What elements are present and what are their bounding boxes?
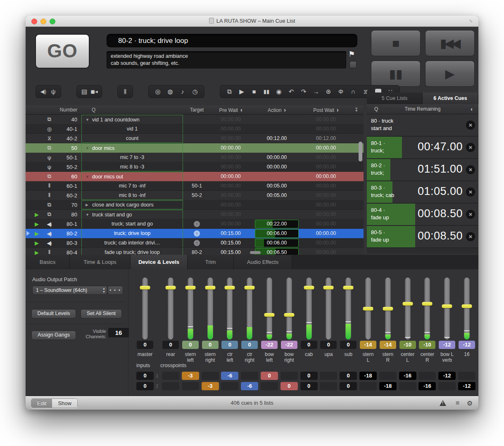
tab-basics[interactable]: Basics <box>26 255 70 269</box>
fader-handle[interactable] <box>402 302 413 306</box>
cue-row-40[interactable]: ⧉40▼vid 1 and countdown00:00.0000:00.00 <box>26 115 364 124</box>
fader-handle[interactable] <box>442 304 452 308</box>
rewind-button[interactable]: ▮◀◀ <box>425 30 475 56</box>
audio-cue-icon[interactable]: ◀) <box>39 87 48 97</box>
cue-row-40-1[interactable]: ◎40-1vid 100:00.0000:00.00 <box>26 124 364 134</box>
cue-row-70[interactable]: ⧉70▶close and lock cargo doors00:00.0000… <box>26 200 364 210</box>
crosspoint-cell[interactable]: -3 <box>182 372 199 380</box>
crosspoint-cell[interactable]: -18 <box>379 382 397 390</box>
crosspoint-cell[interactable]: 0 <box>340 382 357 390</box>
level-value[interactable]: 0 <box>340 341 357 349</box>
cue-name-cell[interactable]: vid 1 <box>81 124 183 133</box>
fader-handle[interactable] <box>343 286 354 289</box>
action-cell[interactable]: 00:06.00 <box>251 239 303 247</box>
cue-name-cell[interactable]: count <box>81 134 183 143</box>
prewait-cell[interactable]: 00:00.00 <box>211 116 251 122</box>
crosspoint-cell[interactable] <box>320 382 337 390</box>
postwait-cell[interactable]: 00:00.00 <box>303 154 349 160</box>
fader-handle[interactable] <box>462 304 472 308</box>
cue-number[interactable]: 40-1 <box>56 126 81 132</box>
fader-handle[interactable] <box>185 286 195 289</box>
crosspoint-cell[interactable] <box>320 372 337 380</box>
disclosure-triangle[interactable]: ▼ <box>86 146 92 150</box>
titlebar[interactable]: LA RUTA SHOW – Main Cue List ↔ <box>26 16 478 27</box>
postwait-cell[interactable]: 00:00.00 <box>303 230 349 236</box>
prewait-cell[interactable]: 00:00.00 <box>211 154 251 160</box>
cue-number[interactable]: 40-2 <box>56 135 81 142</box>
postwait-cell[interactable]: 00:00.00 <box>303 192 349 198</box>
postwait-cell[interactable]: 00:00.00 <box>303 211 349 217</box>
crosspoint-cell[interactable] <box>281 372 298 380</box>
crosspoint-cell[interactable]: 0 <box>261 372 278 380</box>
crosspoint-cell[interactable] <box>418 372 436 380</box>
video-cue-icon[interactable]: ▤ <box>80 87 88 97</box>
prewait-cell[interactable]: 00:15.00 <box>211 230 251 236</box>
target-cell[interactable]: 50-2 <box>183 192 211 198</box>
crosspoint-cell[interactable] <box>261 382 278 390</box>
crosspoint-cell[interactable]: 0 <box>281 382 298 390</box>
cue-number[interactable]: 50-2 <box>56 164 81 170</box>
level-value[interactable]: -14 <box>380 341 396 349</box>
flag-toggle-button[interactable] <box>349 61 357 68</box>
fader-handle[interactable] <box>140 286 150 289</box>
fader-handle[interactable] <box>363 307 373 311</box>
cue-name-cell[interactable]: mic 8 to -3 <box>81 162 183 171</box>
fade-cue-icon[interactable]: ⫴ <box>121 87 129 97</box>
music-cue-icon[interactable]: ♪ <box>178 87 187 97</box>
tab-cue-lists[interactable]: 5 Cue Lists <box>367 93 423 104</box>
prewait-cell[interactable]: 00:00.00 <box>211 173 251 179</box>
stop-cue-button[interactable]: × <box>466 121 475 130</box>
power-cue-icon[interactable]: Φ <box>337 87 345 97</box>
col-target[interactable]: Target <box>183 107 211 113</box>
prewait-cell[interactable]: 00:00.00 <box>211 126 251 132</box>
tab-device-levels[interactable]: Device & Levels <box>131 255 188 269</box>
target-cell[interactable]: 50-1 <box>183 183 211 189</box>
cue-row-60[interactable]: ⧉60▼door mics out00:00.0000:00.00 <box>26 172 364 181</box>
target-cell[interactable]: 80-2 <box>183 249 211 255</box>
postwait-cell[interactable]: 00:00.00 <box>303 240 349 246</box>
patch-settings-button[interactable]: • • • <box>107 286 123 295</box>
notes-field[interactable]: extended highway road ambiance cab sound… <box>107 51 346 69</box>
cue-number[interactable]: 80-1 <box>56 221 81 227</box>
play-button[interactable]: ▶ <box>425 61 475 87</box>
stop-button[interactable]: ■ <box>371 30 421 56</box>
stop-cue-button[interactable]: × <box>466 165 475 174</box>
crosspoint-cell[interactable]: -16 <box>399 372 416 380</box>
postwait-cell[interactable]: 00:00.00 <box>303 126 349 132</box>
gear-icon[interactable]: ⚙ <box>467 399 473 407</box>
cue-name-cell[interactable]: ▶close and lock cargo doors <box>81 200 183 209</box>
cue-row-80[interactable]: ▶⧉80▼truck start and go00:00.0000:00.00 <box>26 210 364 219</box>
cue-row-80-2[interactable]: ▶◀)80-2truck; drive loop↑00:15.0000:06.0… <box>26 229 364 238</box>
level-value[interactable]: -22 <box>261 341 278 349</box>
action-cell[interactable]: 00:12.00 <box>251 135 303 141</box>
crosspoint-cell[interactable] <box>202 372 219 380</box>
postwait-cell[interactable]: 00:00.00 <box>303 221 349 227</box>
tab-active-cues[interactable]: 6 Active Cues <box>423 93 478 104</box>
fader-handle[interactable] <box>284 313 294 317</box>
level-value[interactable]: -12 <box>439 341 455 349</box>
stop-cue-icon[interactable]: ■ <box>250 87 258 97</box>
disclosure-triangle[interactable]: ▼ <box>86 118 92 122</box>
fader-handle[interactable] <box>323 286 334 289</box>
cue-number[interactable]: 80 <box>56 211 81 218</box>
crosspoint-cell[interactable] <box>379 372 397 380</box>
action-cell[interactable]: 00:00.00 <box>251 164 303 170</box>
tab-audio-effects[interactable]: Audio Effects <box>234 255 292 269</box>
crosspoint-cell[interactable]: -6 <box>221 372 238 380</box>
postwait-cell[interactable]: 00:12.00 <box>303 135 349 141</box>
active-cue-row[interactable]: 80 · truckstart and× <box>367 114 478 137</box>
fader-handle[interactable] <box>422 302 433 306</box>
fader-handle[interactable] <box>383 307 393 311</box>
target-cue-icon[interactable]: ⊛ <box>324 87 333 97</box>
fader-track[interactable] <box>267 278 272 339</box>
cue-name-cell[interactable]: ▼door mics out <box>81 172 183 181</box>
fader-track[interactable] <box>445 278 450 339</box>
clock-cue-icon[interactable]: ◷ <box>191 87 199 97</box>
target-cell[interactable]: ↑ <box>183 240 211 246</box>
camera-cue-icon[interactable]: ◼◂ <box>90 87 98 97</box>
crosspoint-cell[interactable]: 0 <box>136 382 154 390</box>
target-cell[interactable]: ↑ <box>183 230 211 237</box>
postwait-cell[interactable]: 00:00.00 <box>303 164 349 170</box>
go-button[interactable]: GO <box>35 34 90 69</box>
cue-row-60-1[interactable]: ⫴60-1mic 7 to -inf50-100:00.0000:05.0000… <box>26 181 364 191</box>
